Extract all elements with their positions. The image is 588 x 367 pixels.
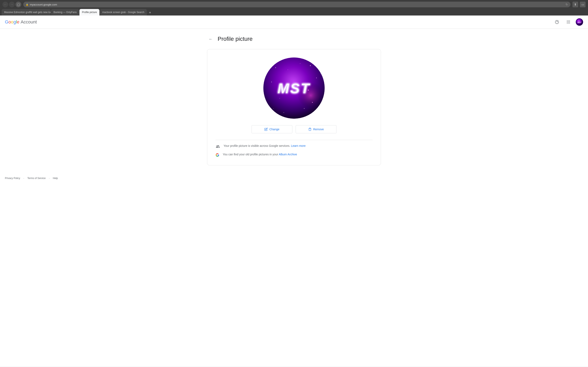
tab-profile[interactable]: Profile picture [79, 9, 99, 16]
change-button[interactable]: Change [251, 125, 292, 133]
logo-o1: o [8, 19, 11, 25]
back-nav-button[interactable]: ← [2, 2, 8, 7]
sidebar-button[interactable]: ▭ [580, 2, 586, 7]
people-icon [215, 144, 220, 150]
svg-point-20 [271, 82, 272, 82]
page-title: Profile picture [218, 36, 252, 42]
learn-more-link[interactable]: Learn more [291, 144, 306, 147]
archive-text: You can find your old profile pictures i… [223, 153, 297, 156]
page-footer: Privacy Policy · Terms of Service · Help [0, 172, 588, 184]
svg-point-9 [568, 23, 569, 24]
url-text: myaccount.google.com [30, 3, 57, 6]
reload-button[interactable]: ↻ [566, 3, 568, 6]
remove-label: Remove [313, 128, 324, 131]
terms-of-service-link[interactable]: Terms of Service [27, 177, 45, 180]
svg-point-29 [284, 112, 284, 113]
logo-g1: G [5, 19, 8, 25]
svg-point-24 [288, 69, 288, 70]
change-label: Change [269, 128, 279, 131]
svg-point-10 [569, 23, 570, 24]
tab-view-button[interactable]: ▢ [16, 2, 21, 7]
profile-picture: MST MST [263, 58, 325, 119]
footer-separator-1: · [24, 177, 24, 180]
profile-card: MST MST [207, 49, 381, 165]
google-account-logo[interactable]: Google Account [5, 19, 37, 25]
address-bar[interactable]: 🔒 myaccount.google.com ↻ [23, 2, 571, 7]
new-tab-button[interactable]: + [147, 10, 153, 16]
apps-icon [566, 20, 571, 24]
album-archive-link[interactable]: Album Archive [279, 153, 297, 156]
page-title-area: ← Profile picture [207, 35, 381, 43]
apps-button[interactable] [564, 18, 572, 26]
svg-point-25 [304, 108, 305, 109]
user-avatar[interactable]: MST [576, 18, 583, 26]
logo-g2: g [13, 19, 16, 25]
trash-icon [308, 128, 311, 131]
main-content: ← Profile picture [202, 29, 386, 172]
visibility-text: Your profile picture is visible across G… [224, 144, 306, 147]
google-g-icon [215, 153, 219, 157]
site-header: Google Account [0, 16, 588, 29]
nav-buttons: ← → ▢ [2, 2, 21, 7]
info-divider [215, 140, 373, 140]
svg-text:MST: MST [578, 21, 582, 24]
share-button[interactable]: ⬆ [572, 2, 578, 7]
browser-toolbar: ← → ▢ 🔒 myaccount.google.com ↻ ⬆ ▭ [0, 0, 588, 9]
svg-point-5 [567, 22, 568, 22]
people-svg-icon [216, 144, 220, 149]
tab-search[interactable]: macbook screen grab - Google Search [100, 9, 147, 16]
svg-point-22 [279, 98, 280, 99]
svg-point-23 [312, 102, 313, 103]
help-icon [555, 20, 559, 24]
svg-point-27 [316, 110, 317, 111]
svg-point-21 [316, 78, 317, 78]
logo-account-text: Account [20, 19, 37, 25]
svg-point-8 [567, 23, 568, 24]
svg-point-18 [310, 65, 311, 66]
browser-chrome: ← → ▢ 🔒 myaccount.google.com ↻ ⬆ ▭ Massi… [0, 0, 588, 16]
help-button[interactable] [553, 18, 561, 26]
footer-separator-2: · [49, 177, 49, 180]
svg-point-28 [300, 63, 300, 64]
page-content: Google Account [0, 16, 588, 366]
remove-button[interactable]: Remove [296, 125, 337, 133]
svg-point-19 [320, 74, 321, 74]
tab-news[interactable]: Massive Edmonton graffiti wall gets new … [2, 9, 51, 16]
tabs-bar: Massive Edmonton graffiti wall gets new … [0, 9, 588, 16]
archive-info: You can find your old profile pictures i… [215, 153, 373, 157]
svg-point-3 [568, 21, 569, 21]
edit-icon [264, 128, 268, 131]
tab-banking[interactable]: Banking — OnlyFans [51, 9, 79, 16]
profile-picture-svg: MST MST [263, 58, 325, 119]
svg-point-4 [569, 21, 570, 21]
help-link[interactable]: Help [53, 177, 58, 180]
back-arrow-icon: ← [209, 37, 213, 42]
svg-point-17 [276, 67, 276, 68]
logo-e: e [17, 19, 19, 25]
logo-o2: o [11, 19, 13, 25]
svg-point-26 [273, 108, 274, 109]
svg-point-6 [568, 22, 569, 22]
svg-text:MST: MST [277, 81, 311, 96]
info-items: Your profile picture is visible across G… [215, 144, 373, 157]
svg-point-2 [567, 21, 568, 21]
forward-nav-button[interactable]: → [9, 2, 15, 7]
avatar-image: MST [576, 18, 583, 26]
svg-point-7 [569, 22, 570, 22]
visibility-info: Your profile picture is visible across G… [215, 144, 373, 150]
google-g-svg-icon [216, 153, 219, 157]
header-right: MST [553, 18, 583, 26]
action-buttons: Change Remove [215, 125, 373, 133]
privacy-policy-link[interactable]: Privacy Policy [5, 177, 20, 180]
browser-actions: ⬆ ▭ [572, 2, 586, 7]
profile-picture-container: MST MST [215, 58, 373, 119]
lock-icon: 🔒 [26, 3, 29, 6]
back-button[interactable]: ← [207, 35, 214, 43]
